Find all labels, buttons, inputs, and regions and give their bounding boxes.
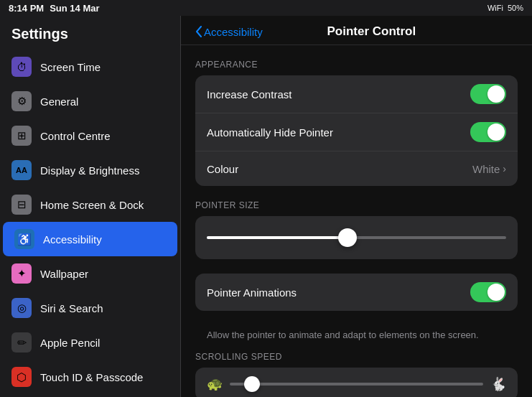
control-centre-icon: ⊞ <box>11 126 32 146</box>
pointer-animations-description: Allow the pointer to animate and adapt t… <box>195 325 518 349</box>
increase-contrast-label: Increase Contrast <box>207 88 291 101</box>
detail-nav: Accessibility Pointer Control <box>181 16 532 45</box>
colour-value: White › <box>472 163 506 175</box>
sidebar-item-general[interactable]: ⚙ General <box>0 84 180 118</box>
scrolling-speed-row: 🐢 🐇 <box>207 376 506 392</box>
sidebar-item-screen-time[interactable]: ⏱ Screen Time <box>0 50 180 84</box>
toggle-knob-2 <box>487 123 505 141</box>
pointer-size-slider[interactable] <box>207 228 506 248</box>
auto-hide-row: Automatically Hide Pointer <box>195 113 518 151</box>
toggle-knob-3 <box>487 284 505 301</box>
colour-row[interactable]: Colour White › <box>195 151 518 186</box>
back-label: Accessibility <box>204 26 263 38</box>
auto-hide-label: Automatically Hide Pointer <box>207 126 333 139</box>
pointer-animations-group: Pointer Animations <box>195 274 518 311</box>
scrolling-speed-header: SCROLLING SPEED <box>195 352 518 362</box>
sidebar-label-apple-pencil: Apple Pencil <box>40 337 100 349</box>
accessibility-icon: ♿ <box>14 229 34 249</box>
detail-content: APPEARANCE Increase Contrast Automatical… <box>181 45 532 397</box>
pointer-size-section <box>195 216 518 259</box>
status-bar: 8:14 PM Sun 14 Mar WiFi 50% <box>0 0 532 16</box>
scroll-fast-icon: 🐇 <box>490 376 506 392</box>
scrolling-slider-thumb[interactable] <box>244 376 260 392</box>
chevron-right-icon: › <box>503 163 506 174</box>
siri-icon: ◎ <box>11 298 32 318</box>
increase-contrast-toggle[interactable] <box>470 84 506 104</box>
sidebar-title: Settings <box>0 16 180 50</box>
main-layout: Settings ⏱ Screen Time ⚙ General ⊞ Contr… <box>0 16 532 397</box>
appearance-header: APPEARANCE <box>195 60 518 70</box>
toggle-knob <box>487 85 505 103</box>
apple-pencil-icon: ✏ <box>11 332 32 352</box>
home-screen-icon: ⊟ <box>11 195 32 215</box>
sidebar-item-touch-id[interactable]: ⬡ Touch ID & Passcode <box>0 360 180 394</box>
scroll-slow-icon: 🐢 <box>207 376 223 392</box>
sidebar-label-wallpaper: Wallpaper <box>40 268 88 280</box>
sidebar-item-battery[interactable]: 🔋 Battery <box>0 394 180 397</box>
slider-fill <box>207 236 347 239</box>
status-date: Sun 14 Mar <box>50 3 99 14</box>
sidebar-item-display-brightness[interactable]: AA Display & Brightness <box>0 153 180 187</box>
colour-value-text: White <box>472 163 500 175</box>
slider-thumb[interactable] <box>338 228 357 247</box>
touch-id-icon: ⬡ <box>11 367 32 387</box>
slider-track <box>207 236 506 239</box>
display-icon: AA <box>11 160 32 180</box>
sidebar-label-accessibility: Accessibility <box>43 233 102 246</box>
detail-panel: Accessibility Pointer Control APPEARANCE… <box>181 16 532 397</box>
sidebar-label-touch-id: Touch ID & Passcode <box>40 371 143 383</box>
sidebar-item-wallpaper[interactable]: ✦ Wallpaper <box>0 256 180 291</box>
wallpaper-icon: ✦ <box>11 263 32 284</box>
screen-time-icon: ⏱ <box>11 57 32 77</box>
colour-label: Colour <box>207 163 238 175</box>
pointer-animations-label: Pointer Animations <box>207 286 297 299</box>
sidebar-label-home-screen: Home Screen & Dock <box>40 199 144 211</box>
scrolling-slider-track[interactable] <box>230 383 483 386</box>
sidebar-item-siri-search[interactable]: ◎ Siri & Search <box>0 291 180 325</box>
pointer-size-header: POINTER SIZE <box>195 200 518 210</box>
sidebar-item-apple-pencil[interactable]: ✏ Apple Pencil <box>0 325 180 360</box>
general-icon: ⚙ <box>11 91 32 111</box>
auto-hide-toggle[interactable] <box>470 122 506 142</box>
sidebar-item-accessibility[interactable]: ♿ Accessibility <box>3 222 177 256</box>
status-right: WiFi 50% <box>487 4 523 12</box>
sidebar-label-display-brightness: Display & Brightness <box>40 164 139 177</box>
scrolling-speed-section: 🐢 🐇 <box>195 368 518 397</box>
battery-indicator: 50% <box>508 4 523 12</box>
sidebar-item-control-centre[interactable]: ⊞ Control Centre <box>0 118 180 153</box>
pointer-animations-toggle[interactable] <box>470 282 506 302</box>
pointer-animations-row: Pointer Animations <box>195 274 518 311</box>
sidebar-item-home-screen[interactable]: ⊟ Home Screen & Dock <box>0 187 180 222</box>
sidebar-label-siri-search: Siri & Search <box>40 302 103 314</box>
back-button[interactable]: Accessibility <box>195 26 263 38</box>
sidebar-label-general: General <box>40 95 78 108</box>
chevron-left-icon <box>195 26 202 37</box>
status-time: 8:14 PM <box>9 3 44 14</box>
appearance-group: Increase Contrast Automatically Hide Poi… <box>195 75 518 186</box>
detail-title: Pointer Control <box>269 24 475 39</box>
sidebar-label-screen-time: Screen Time <box>40 61 101 73</box>
wifi-icon: WiFi <box>487 4 503 12</box>
sidebar-label-control-centre: Control Centre <box>40 130 111 142</box>
increase-contrast-row: Increase Contrast <box>195 75 518 113</box>
sidebar: Settings ⏱ Screen Time ⚙ General ⊞ Contr… <box>0 16 181 397</box>
